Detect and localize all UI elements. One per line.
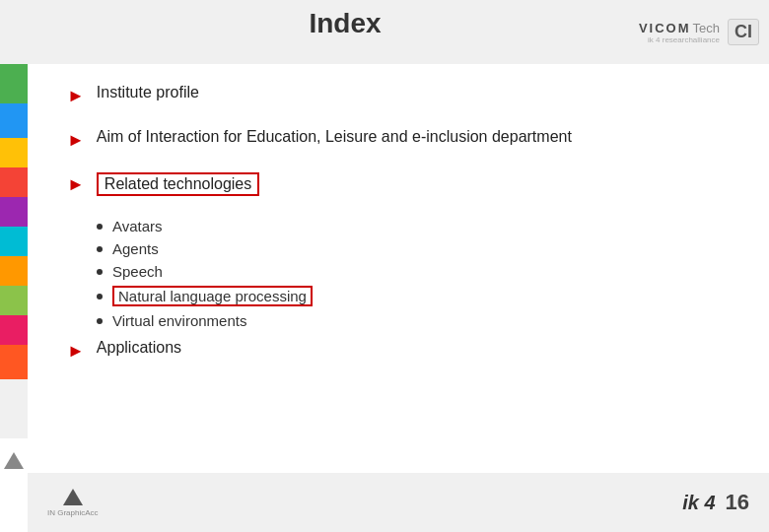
footer-left: IN GraphicAcc <box>47 489 99 517</box>
bullet-arrow-icon: ► <box>67 86 85 106</box>
list-item: Natural language processing <box>97 286 730 306</box>
vicom-text: VICOM <box>639 21 691 35</box>
sub-item-text: Avatars <box>112 218 163 234</box>
sub-bullet-icon <box>97 246 103 252</box>
ci-badge: CI <box>728 19 759 45</box>
sub-bullet-icon <box>97 269 103 275</box>
page-title: Index <box>197 8 493 39</box>
list-item: Agents <box>97 240 730 257</box>
page-number: 16 <box>726 490 749 515</box>
ik4-small-text: ik 4 researchalliance <box>648 35 720 44</box>
triangle-icon <box>4 452 24 469</box>
sub-item-text: Virtual environments <box>112 312 246 329</box>
sub-item-text-highlighted: Natural language processing <box>112 286 313 306</box>
sub-bullet-icon <box>97 318 103 324</box>
sub-item-text: Speech <box>112 263 163 280</box>
bullet-arrow-icon: ► <box>67 130 85 151</box>
bottom-left-logo <box>0 452 28 473</box>
sub-bullet-icon <box>97 224 103 230</box>
bullet-text: Applications <box>97 339 181 357</box>
footer-triangle-icon <box>63 489 83 505</box>
main-content: ► Institute profile ► Aim of Interaction… <box>28 64 769 473</box>
vicom-tech-logo: VICOM Tech ik 4 researchalliance <box>639 21 720 44</box>
bullet-arrow-icon: ► <box>67 341 85 362</box>
list-item: Speech <box>97 263 730 280</box>
list-item: Virtual environments <box>97 312 730 329</box>
list-item: ► Institute profile <box>67 84 730 106</box>
tech-text: Tech <box>693 21 720 35</box>
ik4-footer-logo: ik 4 <box>682 492 715 514</box>
bullet-arrow-icon: ► <box>67 174 85 195</box>
sub-list: Avatars Agents Speech Natural language p… <box>97 218 730 329</box>
list-item: ► Related technologies <box>67 172 730 196</box>
footer-right: ik 4 16 <box>682 490 749 515</box>
list-item: ► Applications <box>67 339 730 362</box>
logo-area: VICOM Tech ik 4 researchalliance CI <box>639 19 759 45</box>
footer-label: IN GraphicAcc <box>47 508 99 517</box>
sub-item-text: Agents <box>112 240 159 257</box>
bullet-text-highlighted: Related technologies <box>97 172 259 196</box>
list-item: Avatars <box>97 218 730 234</box>
list-item: ► Aim of Interaction for Education, Leis… <box>67 128 730 151</box>
bullet-text: Aim of Interaction for Education, Leisur… <box>97 128 572 146</box>
bullet-text: Institute profile <box>97 84 199 101</box>
footer: IN GraphicAcc ik 4 16 <box>28 473 769 532</box>
sub-bullet-icon <box>97 294 103 299</box>
